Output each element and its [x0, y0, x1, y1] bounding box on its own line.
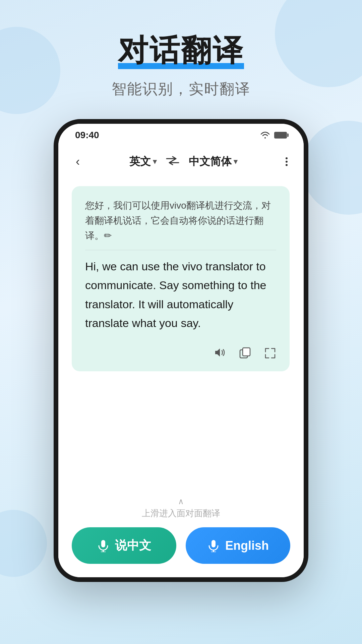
language-selector: 英文 ▾ 中文简体 ▾ [84, 154, 283, 169]
more-dot-2 [286, 161, 288, 163]
expand-button[interactable] [264, 347, 276, 362]
phone-container: 09:40 ‹ 英文 ▾ [0, 119, 362, 582]
slide-hint-text: 上滑进入面对面翻译 [72, 507, 290, 519]
slide-hint: ∧ 上滑进入面对面翻译 [72, 497, 290, 519]
back-button[interactable]: ‹ [72, 152, 84, 171]
svg-rect-5 [212, 540, 216, 547]
more-dot-3 [286, 164, 288, 166]
message-bubble: 您好，我们可以使用vivo翻译机进行交流，对着翻译机说话，它会自动将你说的话进行… [72, 186, 290, 371]
voice-button-english[interactable]: English [186, 527, 290, 564]
phone-mockup: 09:40 ‹ 英文 ▾ [54, 119, 308, 582]
message-actions [85, 342, 276, 362]
status-time: 09:40 [75, 130, 99, 141]
app-bar: ‹ 英文 ▾ 中文简体 ▾ [58, 144, 304, 179]
volume-button[interactable] [214, 347, 226, 362]
lang-left[interactable]: 英文 ▾ [129, 154, 157, 169]
mic-icon-chinese [97, 539, 110, 552]
slide-arrow-icon: ∧ [72, 497, 290, 506]
phone-bottom: ∧ 上滑进入面对面翻译 说中文 [58, 490, 304, 577]
lang-right-chevron: ▾ [234, 157, 237, 166]
copy-button[interactable] [239, 347, 251, 362]
more-button[interactable] [283, 155, 290, 169]
voice-label-english: English [225, 539, 269, 553]
page-title: 对话翻译 [118, 30, 244, 71]
lang-left-chevron: ▾ [153, 157, 157, 166]
battery-icon [274, 132, 287, 139]
header: 对话翻译 智能识别，实时翻译 [0, 0, 362, 99]
swap-button[interactable] [165, 156, 180, 168]
lang-left-label: 英文 [129, 154, 151, 169]
wifi-icon [260, 131, 270, 139]
voice-buttons: 说中文 English [72, 527, 290, 564]
message-translation: Hi, we can use the vivo translator to co… [85, 257, 276, 332]
status-icons [260, 131, 287, 139]
lang-right[interactable]: 中文简体 ▾ [189, 154, 237, 169]
svg-rect-2 [101, 540, 105, 547]
more-dot-1 [286, 157, 288, 159]
svg-rect-1 [243, 348, 250, 356]
message-original: 您好，我们可以使用vivo翻译机进行交流，对着翻译机说话，它会自动将你说的话进行… [85, 198, 276, 243]
page-subtitle: 智能识别，实时翻译 [0, 79, 362, 99]
mic-icon-english [207, 539, 220, 552]
message-divider [85, 250, 276, 250]
voice-label-chinese: 说中文 [115, 537, 151, 554]
status-bar: 09:40 [58, 124, 304, 144]
voice-button-chinese[interactable]: 说中文 [72, 527, 176, 564]
lang-right-label: 中文简体 [189, 154, 232, 169]
